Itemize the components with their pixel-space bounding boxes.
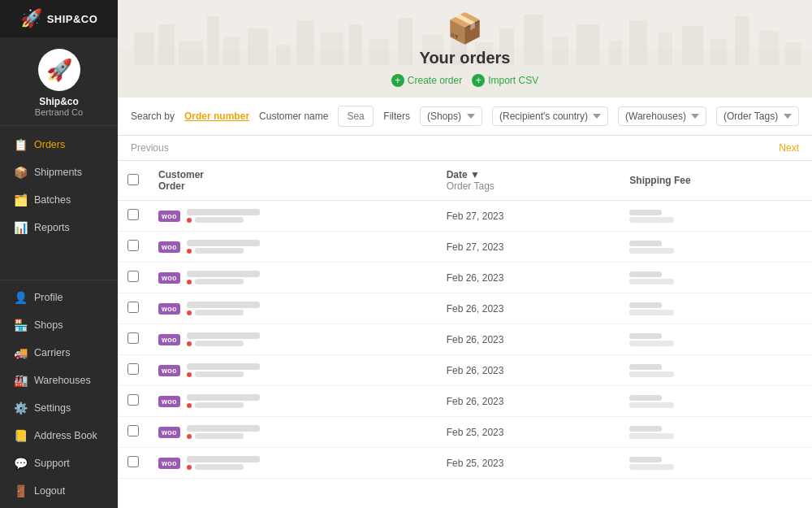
tab-order-number[interactable]: Order number [184,111,249,122]
table-row: woo Feb 27, 2023 [118,201,812,232]
import-csv-label: Import CSV [488,75,538,86]
import-csv-button[interactable]: + Import CSV [472,74,538,87]
row-checkbox-1[interactable] [127,240,139,251]
row-checkbox-6[interactable] [127,394,139,406]
row-checkbox-2[interactable] [127,271,139,282]
create-order-button[interactable]: + Create order [391,74,462,87]
fee-cell-7 [620,417,812,448]
sidebar-item-shops[interactable]: 🏪 Shops [0,311,118,339]
tags-filter[interactable]: (Order Tags) [716,106,799,126]
carriers-icon: 🚚 [13,346,28,359]
country-filter[interactable]: (Recipient's country) [492,106,608,126]
order-sub-7 [187,433,260,439]
prev-button-top[interactable]: Previous [131,142,169,154]
shops-icon: 🏪 [13,319,28,332]
row-checkbox-cell[interactable] [118,232,149,263]
row-checkbox-cell[interactable] [118,355,149,386]
select-all-header[interactable] [118,161,149,201]
next-button-top[interactable]: Next [779,142,799,154]
svg-rect-4 [207,16,219,65]
orders-icon: 📋 [13,138,28,151]
order-name-bar-7 [195,433,244,439]
fee-bar2-8 [629,464,674,470]
row-checkbox-8[interactable] [127,456,139,467]
sidebar-item-address-book-label: Address Book [34,430,97,441]
sidebar-item-carriers-label: Carriers [34,347,70,358]
woo-badge-0: woo [158,211,180,222]
order-id-bar-1 [187,240,260,246]
sidebar-profile: 🚀 Ship&co Bertrand Co [0,37,118,126]
order-name-bar-4 [195,341,244,346]
sidebar-item-settings[interactable]: ⚙️ Settings [0,394,118,422]
fee-cell-2 [620,263,812,293]
pagination-top: Previous Next [118,136,812,161]
svg-rect-21 [629,20,647,65]
sidebar-item-profile[interactable]: 👤 Profile [0,284,118,311]
shops-filter[interactable]: (Shops) [420,106,482,126]
row-checkbox-cell[interactable] [118,324,149,355]
sidebar-item-orders[interactable]: 📋 Orders [0,131,118,158]
row-checkbox-cell[interactable] [118,201,149,232]
svg-rect-25 [735,16,749,65]
warehouses-filter[interactable]: (Warehouses) [618,106,706,126]
row-checkbox-5[interactable] [127,363,139,375]
row-checkbox-cell[interactable] [118,448,149,479]
svg-rect-24 [710,39,727,65]
sidebar-item-shipments-label: Shipments [34,167,82,178]
fee-bar1-0 [629,210,662,215]
hero-banner: 📦 Your orders + Create order + Import CS… [118,0,812,98]
fee-bar1-1 [629,241,662,246]
sidebar-item-logout[interactable]: 🚪 Logout [0,477,118,505]
order-info-2 [187,271,260,284]
row-checkbox-3[interactable] [127,302,139,313]
order-cell-4: woo [149,324,437,355]
sidebar-item-batches[interactable]: 🗂️ Batches [0,186,118,214]
svg-rect-26 [759,31,779,65]
woo-badge-6: woo [158,396,180,407]
row-checkbox-4[interactable] [127,332,139,344]
hero-title: Your orders [420,49,511,67]
sidebar-item-support[interactable]: 💬 Support [0,449,118,477]
order-info-3 [187,302,260,315]
svg-rect-11 [369,39,389,65]
order-info-8 [187,456,260,470]
order-name-bar-3 [195,310,244,315]
fee-cell-5 [620,355,812,386]
svg-rect-2 [158,24,175,65]
create-order-label: Create order [408,75,462,86]
order-sub-0 [187,217,260,223]
fee-cell-1 [620,232,812,263]
row-checkbox-0[interactable] [127,209,139,220]
search-input[interactable] [338,106,374,127]
order-cell-2: woo [149,263,437,293]
status-dot-0 [187,218,192,223]
row-checkbox-cell[interactable] [118,417,149,448]
order-cell-6: woo [149,386,437,417]
sidebar-item-address-book[interactable]: 📒 Address Book [0,422,118,449]
row-checkbox-cell[interactable] [118,293,149,324]
svg-rect-1 [134,33,154,65]
select-all-checkbox[interactable] [127,174,139,185]
order-sub-6 [187,402,260,408]
date-cell-2: Feb 26, 2023 [437,263,620,293]
row-checkbox-7[interactable] [127,425,139,436]
sidebar-item-carriers[interactable]: 🚚 Carriers [0,339,118,367]
sidebar-item-shipments[interactable]: 📦 Shipments [0,158,118,186]
row-checkbox-cell[interactable] [118,386,149,417]
fee-bar2-3 [629,310,674,315]
woo-badge-7: woo [158,427,180,438]
order-sub-8 [187,464,260,470]
fee-bar2-7 [629,433,674,439]
fee-bar1-8 [629,457,662,462]
row-checkbox-cell[interactable] [118,263,149,293]
sidebar-item-reports[interactable]: 📊 Reports [0,214,118,241]
order-name-bar-8 [195,464,244,470]
warehouses-icon: 🏭 [13,374,28,387]
sidebar-item-warehouses[interactable]: 🏭 Warehouses [0,367,118,394]
date-cell-4: Feb 26, 2023 [437,324,620,355]
tab-customer-name[interactable]: Customer name [259,111,328,122]
avatar: 🚀 [38,49,80,91]
fee-cell-3 [620,293,812,324]
date-header: Date ▼Order Tags [437,161,620,201]
shipments-icon: 📦 [13,166,28,179]
